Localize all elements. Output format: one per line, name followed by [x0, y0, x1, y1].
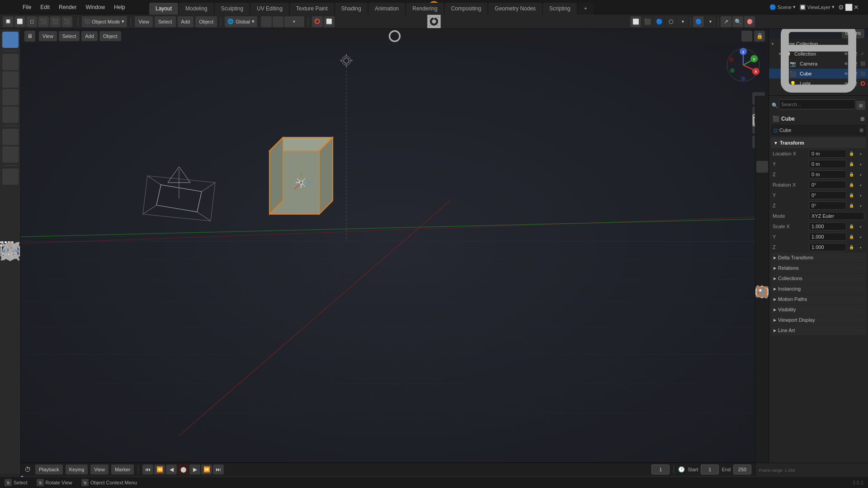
prop-scale-lock-x[interactable]: 🔒 — [847, 222, 855, 230]
prop-rotation-x[interactable]: 0° — [809, 181, 846, 189]
prop-location-y[interactable]: 0 m — [809, 160, 846, 168]
scene-selector[interactable]: Scene — [778, 5, 792, 10]
frame-end-input[interactable]: 250 — [733, 465, 751, 474]
tab-shading[interactable]: Shading — [335, 3, 368, 14]
viewlayer-selector[interactable]: ViewLayer — [807, 5, 830, 10]
tool-add-cube[interactable] — [2, 169, 19, 185]
viewport-display-section[interactable]: ▶ Viewport Display · · · — [771, 315, 866, 325]
collections-section[interactable]: ▶ Collections · · · — [771, 273, 866, 283]
record-btn[interactable]: ⬤ — [178, 465, 189, 474]
prop-rot-lock-y[interactable]: 🔒 — [847, 191, 855, 199]
viewport-shading-material[interactable]: ⬛ — [642, 16, 653, 27]
viewport-snap-toggle[interactable] — [741, 31, 752, 42]
svg-point-145 — [759, 289, 761, 291]
props-expand-icon[interactable]: ⊞ — [856, 101, 865, 110]
prop-scale-y[interactable]: 1.000 — [809, 233, 846, 241]
prop-location-z[interactable]: 0 m — [809, 170, 846, 178]
mouse-left-icon[interactable]: 🖱 — [5, 479, 12, 486]
prop-location-x[interactable]: 0 m — [809, 150, 846, 158]
prop-rot-animate-y[interactable]: ⬥ — [856, 191, 864, 199]
status-select-label: Select — [14, 480, 28, 485]
prop-scale-animate-z[interactable]: ⬥ — [856, 243, 864, 251]
viewport-shading-rendered[interactable]: 🔵 — [654, 16, 665, 27]
motion-paths-section[interactable]: ▶ Motion Paths · · · — [771, 294, 866, 304]
viewport-shading-wireframe[interactable]: ⬡ — [665, 16, 676, 27]
prop-rotation-mode[interactable]: XYZ Euler — [809, 212, 864, 220]
props-tab-material[interactable] — [756, 237, 768, 249]
outliner-scene-collection[interactable]: ▼ Scene Collection — [769, 39, 868, 49]
line-art-section[interactable]: ▶ Line Art · · · — [771, 325, 866, 335]
prop-scale-x[interactable]: 1.000 — [809, 222, 846, 230]
mouse-middle-icon[interactable]: 🖱 — [37, 479, 44, 486]
tab-modeling[interactable]: Modeling — [179, 3, 214, 14]
prop-animate-y[interactable]: ⬥ — [856, 160, 864, 168]
prop-mode-row: Mode XYZ Euler — [771, 211, 866, 221]
properties-search-input[interactable] — [779, 99, 855, 109]
tab-sculpting[interactable]: Sculpting — [215, 3, 250, 14]
prop-scale-animate-y[interactable]: ⬥ — [856, 233, 864, 241]
prop-animate-x[interactable]: ⬥ — [856, 150, 864, 158]
prop-rot-lock-z[interactable]: 🔒 — [847, 202, 855, 210]
timeline-marker-menu[interactable]: Marker — [111, 465, 134, 474]
pie-menu-icon[interactable]: 🎯 — [744, 16, 755, 27]
search-btn[interactable]: 🔍 — [732, 16, 743, 27]
tab-animation[interactable]: Animation — [368, 3, 405, 14]
tab-uv-editing[interactable]: UV Editing — [250, 3, 289, 14]
scene-settings-icon[interactable]: ⚙ — [838, 4, 844, 11]
tab-add[interactable]: + — [578, 3, 594, 14]
prop-scale-lock-z[interactable]: 🔒 — [847, 243, 855, 251]
snap-with-icon[interactable]: ▾ — [284, 16, 304, 27]
workspace-tabs: Layout Modeling Sculpting UV Editing Tex… — [149, 0, 778, 14]
prop-scale-lock-y[interactable]: 🔒 — [847, 233, 855, 241]
tab-layout[interactable]: Layout — [149, 3, 178, 14]
viewport-3d[interactable]: 🖥 View Select Add Object 🔒 Z Y — [21, 29, 769, 463]
gizmo-toggle[interactable]: ↗ — [721, 16, 731, 27]
prop-rotation-y[interactable]: 0° — [809, 191, 846, 199]
jump-start-btn[interactable]: ⏮ — [142, 465, 153, 474]
prop-rotation-z[interactable]: 0° — [809, 202, 846, 210]
step-back-btn[interactable]: ◀ — [166, 465, 177, 474]
viewport-overlay-btn[interactable]: 🔵 — [693, 16, 704, 27]
mouse-right-icon[interactable]: 🖱 — [81, 479, 89, 486]
jump-prev-keyframe-btn[interactable]: ⏪ — [154, 465, 165, 474]
tab-compositing[interactable]: Compositing — [445, 3, 488, 14]
viewport-shading-solid[interactable]: ⬜ — [630, 16, 641, 27]
timeline-editor-icon[interactable]: ⏱ — [24, 466, 31, 473]
viewport-navigation-gizmo[interactable]: Z Y X — [725, 47, 761, 83]
viewport-overlay-dropdown[interactable]: ▾ — [705, 16, 716, 27]
tab-geometry-nodes[interactable]: Geometry Nodes — [488, 3, 542, 14]
viewport-shading-dropdown[interactable]: ▾ — [677, 16, 688, 27]
props-fake-user-btn[interactable]: ⊞ — [860, 116, 864, 122]
jump-end-btn[interactable]: ⏭ — [213, 465, 224, 474]
tab-scripting[interactable]: Scripting — [543, 3, 577, 14]
relations-section[interactable]: ▶ Relations · · · — [771, 263, 866, 273]
prop-lock-x[interactable]: 🔒 — [847, 150, 855, 158]
prop-scale-z[interactable]: 1.000 — [809, 243, 846, 251]
prop-animate-z[interactable]: ⬥ — [856, 170, 864, 178]
frame-current-display[interactable]: 1 — [651, 465, 670, 474]
transform-section-header[interactable]: ▼ Transform — [771, 137, 866, 148]
tab-texture-paint[interactable]: Texture Paint — [290, 3, 334, 14]
prop-location-z-row: Z 0 m 🔒 ⬥ — [771, 169, 866, 179]
fullscreen-icon[interactable]: ⬜ — [845, 4, 853, 11]
props-mesh-options[interactable]: ⊞ — [859, 127, 863, 133]
timeline-playback-menu[interactable]: Playback — [35, 465, 63, 474]
frame-start-input[interactable]: 1 — [701, 465, 719, 474]
delta-transform-section[interactable]: ▶ Delta Transform · · · — [771, 253, 866, 263]
prop-lock-z[interactable]: 🔒 — [847, 170, 855, 178]
prop-scale-animate-x[interactable]: ⬥ — [856, 222, 864, 230]
close-icon[interactable]: ✕ — [854, 4, 859, 11]
prop-rot-animate-x[interactable]: ⬥ — [856, 181, 864, 189]
instancing-section[interactable]: ▶ Instancing · · · — [771, 284, 866, 294]
prop-rot-lock-x[interactable]: 🔒 — [847, 181, 855, 189]
jump-next-keyframe-btn[interactable]: ⏩ — [201, 465, 212, 474]
timeline-keying-menu[interactable]: Keying — [66, 465, 88, 474]
blender-logo[interactable] — [0, 0, 18, 14]
viewport-header: 🖥 View Select Add Object 🔒 — [21, 29, 769, 43]
timeline-view-menu[interactable]: View — [90, 465, 108, 474]
prop-rot-animate-z[interactable]: ⬥ — [856, 202, 864, 210]
prop-lock-y[interactable]: 🔒 — [847, 160, 855, 168]
visibility-section[interactable]: ▶ Visibility · · · — [771, 305, 866, 314]
play-btn[interactable]: ▶ — [189, 465, 200, 474]
tab-rendering[interactable]: Rendering — [406, 3, 443, 14]
